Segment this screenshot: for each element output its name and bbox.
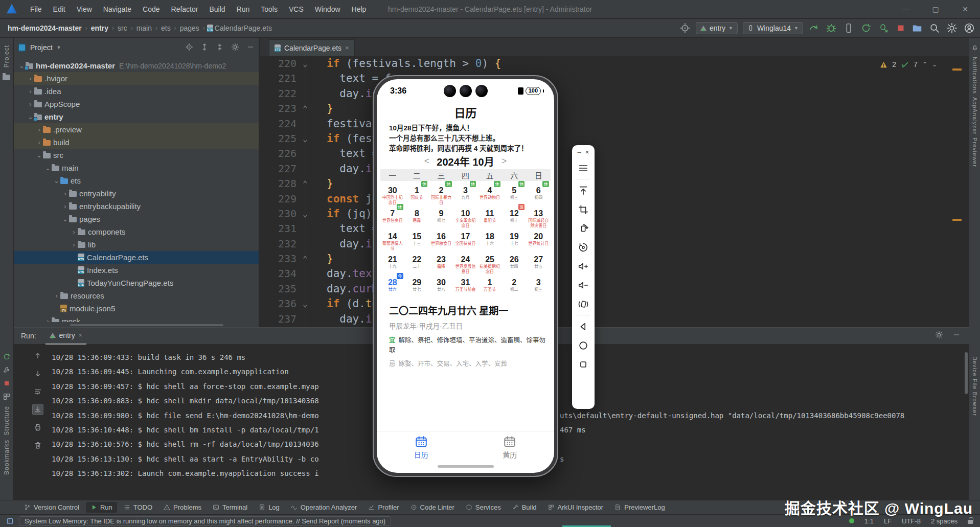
code-line-226[interactable]: 226 text = bbox=[260, 146, 969, 161]
tool-button-project[interactable]: Project bbox=[3, 45, 10, 67]
tab-calendarpage[interactable]: ETS CalendarPage.ets × bbox=[269, 39, 355, 56]
day-cell-14[interactable]: 14葡萄酒情人节 bbox=[380, 228, 405, 251]
code-line-230[interactable]: 230⌄if (jq) { bbox=[260, 207, 969, 221]
search-everywhere-icon[interactable] bbox=[929, 22, 940, 34]
close-icon[interactable]: × bbox=[585, 148, 589, 156]
arkui-inspector-icon[interactable] bbox=[548, 504, 555, 511]
fold-icon[interactable]: ⌄ bbox=[303, 296, 308, 311]
tree-item-.idea[interactable]: ›.idea bbox=[14, 85, 259, 98]
day-cell-1[interactable]: 休1国庆节 bbox=[405, 182, 429, 205]
lock-icon[interactable] bbox=[968, 520, 973, 524]
next-month-icon[interactable]: > bbox=[502, 156, 507, 167]
tool-button-previewer[interactable]: Previewer bbox=[972, 138, 978, 167]
chevron-collapsed-icon[interactable]: › bbox=[61, 190, 69, 197]
locate-icon[interactable] bbox=[679, 22, 691, 34]
day-cell-30[interactable]: 30廿八 bbox=[429, 274, 453, 297]
chevron-collapsed-icon[interactable]: › bbox=[70, 241, 78, 248]
rotate-device-icon[interactable] bbox=[578, 223, 589, 234]
chevron-collapsed-icon[interactable]: › bbox=[27, 87, 34, 95]
tool-window-button-version-control[interactable]: Version Control bbox=[19, 502, 84, 513]
chevron-expanded-icon[interactable]: ⌄ bbox=[53, 177, 60, 185]
chevron-expanded-icon[interactable]: ⌄ bbox=[44, 164, 52, 172]
code-line-225[interactable]: 225⌄if (festi bbox=[260, 131, 969, 146]
run-config-select[interactable]: entry ▼ bbox=[696, 22, 738, 34]
tool-window-button-todo[interactable]: TODO bbox=[119, 502, 157, 513]
home-indicator[interactable] bbox=[438, 465, 494, 468]
day-cell-30[interactable]: 30中国烈士纪念日 bbox=[380, 182, 405, 205]
menu-build[interactable]: Build bbox=[203, 0, 231, 18]
tool-grid-icon[interactable] bbox=[3, 393, 11, 401]
code-line-237[interactable]: 237 day.isT bbox=[260, 312, 969, 327]
collapse-all-icon[interactable] bbox=[216, 43, 224, 51]
tree-item-.preview[interactable]: ›.preview bbox=[14, 123, 259, 136]
tool-window-button-previewerlog[interactable]: PreviewerLog bbox=[610, 502, 670, 513]
previewerlog-icon[interactable] bbox=[614, 504, 621, 511]
tool-window-button-operation-analyzer[interactable]: Operation Analyzer bbox=[286, 502, 362, 513]
day-cell-13[interactable]: 13国际减轻自然灾害日 bbox=[526, 205, 551, 228]
problems-icon[interactable] bbox=[164, 504, 170, 511]
menu-navigate[interactable]: Navigate bbox=[98, 0, 137, 18]
day-cell-22[interactable]: 22二十 bbox=[405, 251, 429, 274]
locate-icon[interactable] bbox=[185, 43, 193, 51]
calendar-icon[interactable] bbox=[503, 435, 516, 448]
rotate-auto-icon[interactable] bbox=[578, 242, 589, 253]
day-cell-10[interactable]: 10辛亥革命纪念日 bbox=[453, 205, 478, 228]
chevron-collapsed-icon[interactable]: › bbox=[44, 317, 52, 322]
tree-item-build[interactable]: ›build bbox=[14, 136, 259, 149]
menu-tools[interactable]: Tools bbox=[255, 0, 283, 18]
day-cell-11[interactable]: 11重阳节 bbox=[477, 205, 502, 228]
services-icon[interactable] bbox=[466, 504, 472, 511]
code-line-232[interactable]: 232 day.isF bbox=[260, 237, 969, 251]
operation-analyzer-icon[interactable] bbox=[291, 504, 298, 511]
chevron-collapsed-icon[interactable]: › bbox=[70, 228, 78, 236]
code-line-236[interactable]: 236⌄if (d.toY bbox=[260, 296, 969, 311]
day-cell-26[interactable]: 26廿四 bbox=[502, 251, 527, 274]
tab-日历[interactable]: 日历 bbox=[414, 435, 428, 460]
breadcrumb-file[interactable]: CalendarPage.ets bbox=[213, 23, 274, 33]
project-view-title[interactable]: Project bbox=[30, 43, 53, 52]
tree-item-ets[interactable]: ⌄ets bbox=[14, 174, 259, 187]
day-cell-18[interactable]: 18十六 bbox=[477, 228, 502, 251]
tool-window-button-services[interactable]: Services bbox=[461, 502, 506, 513]
fold-icon[interactable]: ⌄ bbox=[303, 207, 308, 221]
code-line-235[interactable]: 235day.curMo bbox=[260, 282, 969, 296]
breadcrumb-ets[interactable]: ets bbox=[159, 23, 172, 33]
tree-item-module.json5[interactable]: {5}module.json5 bbox=[14, 302, 259, 315]
minimize-window-icon[interactable]: — bbox=[891, 0, 921, 18]
tree-item-entrybackupability[interactable]: ›entrybackupability bbox=[14, 200, 259, 213]
day-cell-19[interactable]: 19十七 bbox=[502, 228, 527, 251]
code-line-220[interactable]: 220⌄if (festivals.length > 0) { bbox=[260, 56, 969, 71]
tree-item-CalendarPage.ets[interactable]: ETSCalendarPage.ets bbox=[14, 251, 259, 264]
fold-icon[interactable]: ⌃ bbox=[303, 176, 308, 191]
breadcrumb-main[interactable]: main bbox=[135, 23, 153, 33]
code-line-227[interactable]: 227 day.isF bbox=[260, 162, 969, 176]
fold-icon[interactable]: ⌃ bbox=[303, 251, 308, 266]
day-cell-2[interactable]: 休2国际非暴力日 bbox=[429, 182, 453, 205]
code-line-221[interactable]: 221 text = fes bbox=[260, 71, 969, 86]
rerun-icon[interactable] bbox=[3, 353, 11, 361]
home-icon[interactable] bbox=[578, 340, 589, 351]
menu-file[interactable]: File bbox=[25, 0, 48, 18]
chevron-collapsed-icon[interactable]: › bbox=[35, 139, 43, 146]
day-cell-3[interactable]: 休3九月 bbox=[453, 182, 478, 205]
tool-window-button-run[interactable]: Run bbox=[86, 502, 117, 513]
day-cell-9[interactable]: 9初七 bbox=[429, 205, 453, 228]
day-cell-3[interactable]: 3初三 bbox=[526, 274, 551, 297]
day-cell-21[interactable]: 21十九 bbox=[380, 251, 405, 274]
tool-window-button-terminal[interactable]: Terminal bbox=[208, 502, 252, 513]
tree-item-Index.ets[interactable]: ETSIndex.ets bbox=[14, 264, 259, 277]
restart-icon[interactable] bbox=[860, 22, 872, 34]
status-message[interactable]: System Low Memory: The IDE is running lo… bbox=[19, 516, 391, 526]
close-icon[interactable]: × bbox=[345, 44, 349, 52]
day-cell-12[interactable]: 班12初十 bbox=[502, 205, 527, 228]
hide-icon[interactable] bbox=[246, 43, 255, 51]
build-wrench-icon[interactable] bbox=[3, 366, 11, 374]
day-cell-5[interactable]: 休5初三 bbox=[502, 182, 527, 205]
tool-window-button-arkui-inspector[interactable]: ArkUI Inspector bbox=[543, 502, 608, 513]
day-cell-24[interactable]: 24世界发展信息日 bbox=[453, 251, 478, 274]
stripe-warning-mark[interactable] bbox=[952, 219, 962, 221]
minimize-icon[interactable]: – bbox=[578, 148, 581, 156]
memory-indicator-icon[interactable] bbox=[6, 517, 14, 525]
tool-window-button-log[interactable]: Log bbox=[254, 502, 284, 513]
prev-month-icon[interactable]: < bbox=[424, 156, 430, 167]
